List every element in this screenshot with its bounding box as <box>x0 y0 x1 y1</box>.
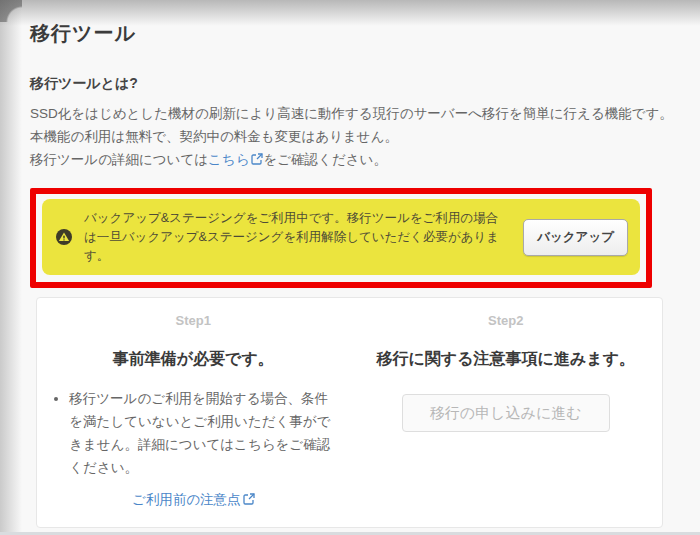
intro-paragraph: SSD化をはじめとした機材の刷新により高速に動作する現行のサーバーへ移行を簡単に… <box>30 102 670 172</box>
warning-icon <box>56 229 72 245</box>
step1-note-item: 移行ツールのご利用を開始する場合、条件を満たしていないとご利用いただく事ができま… <box>69 387 331 479</box>
backup-button[interactable]: バックアップ <box>523 219 628 256</box>
proceed-application-button[interactable]: 移行の申し込みに進む <box>402 394 610 432</box>
external-link-icon <box>243 493 255 508</box>
step1-label: Step1 <box>37 313 350 328</box>
backup-warning-alert: バックアップ&ステージングをご利用中です。移行ツールをご利用の場合は一旦バックア… <box>42 199 640 275</box>
intro-line-3: 移行ツールの詳細についてはこちらをご確認ください。 <box>30 148 670 172</box>
alert-message: バックアップ&ステージングをご利用中です。移行ツールをご利用の場合は一旦バックア… <box>72 209 523 265</box>
step1-link-row: ご利用前の注意点 <box>37 491 350 509</box>
intro-line-1: SSD化をはじめとした機材の刷新により高速に動作する現行のサーバーへ移行を簡単に… <box>30 102 670 125</box>
red-annotation-highlight: バックアップ&ステージングをご利用中です。移行ツールをご利用の場合は一旦バックア… <box>30 188 652 288</box>
detail-link[interactable]: こちら <box>208 152 263 167</box>
detail-link-label: こちら <box>208 152 249 167</box>
intro-line-3-prefix: 移行ツールの詳細については <box>30 152 208 167</box>
step1-notes-list: 移行ツールのご利用を開始する場合、条件を満たしていないとご利用いただく事ができま… <box>55 387 331 479</box>
step2-label: Step2 <box>350 313 663 328</box>
external-link-icon <box>251 149 263 172</box>
intro-line-2: 本機能の利用は無料で、契約中の料金も変更はありません。 <box>30 125 670 148</box>
step1-heading: 事前準備が必要です。 <box>37 349 350 370</box>
steps-panel: Step1 事前準備が必要です。 移行ツールのご利用を開始する場合、条件を満たし… <box>36 297 663 528</box>
step1-column: Step1 事前準備が必要です。 移行ツールのご利用を開始する場合、条件を満たし… <box>37 298 350 527</box>
intro-line-3-suffix: をご確認ください。 <box>263 152 386 167</box>
precautions-link[interactable]: ご利用前の注意点 <box>132 492 255 507</box>
step2-heading: 移行に関する注意事項に進みます。 <box>350 349 663 370</box>
migration-tool-page: 移行ツール 移行ツールとは? SSD化をはじめとした機材の刷新により高速に動作す… <box>0 0 700 528</box>
page-title: 移行ツール <box>30 20 700 47</box>
precautions-link-label: ご利用前の注意点 <box>132 492 241 507</box>
step2-column: Step2 移行に関する注意事項に進みます。 移行の申し込みに進む <box>350 298 663 527</box>
intro-heading: 移行ツールとは? <box>30 75 700 93</box>
